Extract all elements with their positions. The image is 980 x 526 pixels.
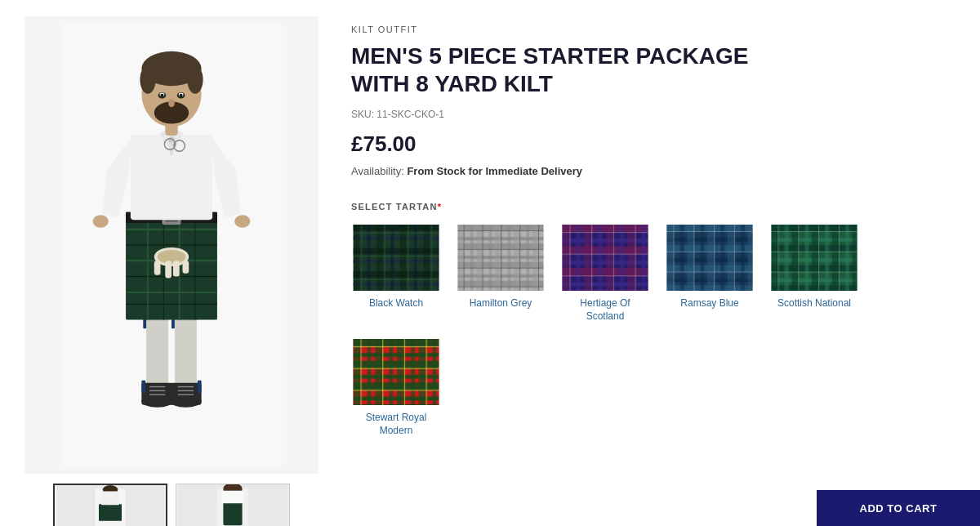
- svg-rect-54: [141, 381, 145, 393]
- svg-rect-124: [354, 339, 439, 405]
- tartan-item-hamilton-grey[interactable]: Hamilton Grey: [456, 223, 546, 323]
- svg-rect-88: [458, 225, 544, 291]
- tartan-name-ramsay-blue: Ramsay Blue: [680, 297, 738, 310]
- tartan-grid: Black Watch Hamilton Grey: [351, 223, 939, 437]
- svg-point-42: [140, 65, 155, 94]
- tartan-swatch-ramsay-blue: [665, 223, 755, 292]
- svg-point-43: [187, 65, 203, 94]
- main-product-image: [24, 16, 318, 474]
- category-label: KILT OUTFIT: [351, 25, 939, 34]
- tartan-item-black-watch[interactable]: Black Watch: [351, 223, 441, 323]
- svg-rect-36: [183, 261, 189, 273]
- product-price: £75.00: [351, 132, 939, 157]
- sku-label: SKU:: [351, 109, 374, 120]
- tartan-swatch-stewart-royal-modern: [351, 337, 441, 407]
- svg-line-58: [174, 145, 176, 145]
- svg-rect-69: [223, 501, 242, 525]
- tartan-name-hamilton-grey: Hamilton Grey: [470, 297, 532, 310]
- svg-point-32: [158, 250, 186, 264]
- tartan-name-stewart-royal-modern: Stewart Royal Modern: [351, 412, 441, 437]
- product-detail-panel: KILT OUTFIT MEN'S 5 PIECE STARTER PACKAG…: [327, 16, 964, 526]
- kilt-model-illustration: [57, 25, 286, 466]
- svg-rect-8: [141, 383, 173, 405]
- thumbnail-2[interactable]: [176, 484, 290, 526]
- product-image-panel: [16, 16, 327, 526]
- svg-rect-72: [354, 225, 439, 291]
- sku-value: 11-SKC-CKO-1: [376, 109, 444, 120]
- svg-rect-5: [143, 319, 146, 329]
- add-to-cart-button[interactable]: ADD TO CART: [844, 502, 954, 515]
- tartan-swatch-hamilton-grey: [456, 223, 546, 292]
- tartan-section: SELECT TARTAN* Black Watch: [351, 202, 939, 437]
- add-to-cart-bar: ADD TO CART: [817, 490, 980, 526]
- product-sku: SKU: 11-SKC-CKO-1: [351, 109, 939, 120]
- svg-rect-6: [172, 319, 175, 329]
- tartan-section-label: SELECT TARTAN*: [351, 202, 939, 212]
- svg-rect-70: [221, 491, 243, 503]
- svg-rect-115: [772, 225, 858, 291]
- svg-rect-106: [667, 225, 753, 291]
- tartan-name-black-watch: Black Watch: [369, 297, 423, 310]
- svg-rect-97: [563, 225, 648, 291]
- svg-point-51: [168, 100, 175, 108]
- availability: Availability: From Stock for Immediate D…: [351, 165, 939, 177]
- tartan-name-heritage-of-scotland: Hertiage Of Scotland: [560, 297, 650, 323]
- svg-point-52: [93, 215, 109, 227]
- svg-point-53: [234, 215, 250, 227]
- svg-rect-61: [99, 504, 122, 521]
- tartan-item-scottish-national[interactable]: Scottish National: [769, 223, 859, 323]
- tartan-swatch-black-watch: [351, 223, 441, 292]
- thumbnail-1[interactable]: [53, 484, 167, 526]
- svg-rect-13: [170, 383, 202, 405]
- thumbnail-gallery: [53, 484, 290, 526]
- product-title: MEN'S 5 PIECE STARTER PACKAGE WITH 8 YAR…: [351, 42, 760, 97]
- tartan-item-ramsay-blue[interactable]: Ramsay Blue: [665, 223, 755, 323]
- availability-label: Availability:: [351, 165, 404, 177]
- tartan-swatch-scottish-national: [769, 223, 859, 292]
- svg-point-49: [180, 94, 183, 97]
- svg-rect-34: [165, 261, 172, 278]
- tartan-name-scottish-national: Scottish National: [777, 297, 851, 310]
- svg-rect-33: [154, 261, 161, 274]
- tartan-item-stewart-royal-modern[interactable]: Stewart Royal Modern: [351, 337, 441, 437]
- svg-rect-55: [198, 381, 202, 393]
- tartan-swatch-heritage-of-scotland: [560, 223, 650, 292]
- availability-value: From Stock for Immediate Delivery: [407, 165, 582, 177]
- svg-rect-64: [101, 491, 119, 505]
- svg-point-48: [161, 94, 164, 97]
- tartan-item-heritage-of-scotland[interactable]: Hertiage Of Scotland: [560, 223, 650, 323]
- svg-rect-35: [173, 261, 180, 276]
